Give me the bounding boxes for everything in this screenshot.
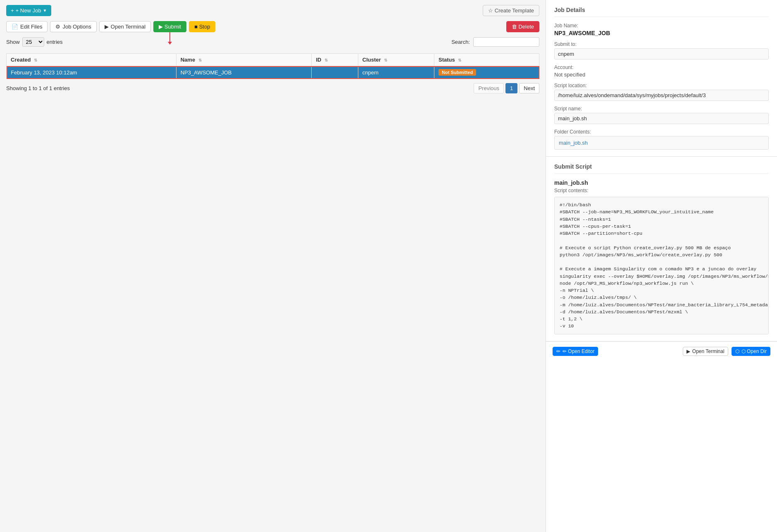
pencil-icon: ✏ <box>556 348 560 354</box>
new-job-label: + New Job <box>16 7 41 14</box>
open-editor-button[interactable]: ✏ ✏ Open Editor <box>553 347 598 356</box>
gear-icon: ⚙ <box>55 24 60 30</box>
plus-icon: + <box>11 7 14 14</box>
previous-button[interactable]: Previous <box>474 83 504 93</box>
open-editor-label: ✏ Open Editor <box>562 348 594 354</box>
delete-label: 🗑 Delete <box>512 24 534 30</box>
cell-status: Not Submitted <box>434 66 539 79</box>
action-toolbar: 📄 Edit Files ⚙ Job Options ▶ Open Termin… <box>6 21 539 32</box>
sort-icon-created: ⇅ <box>34 58 37 62</box>
right-panel: Job Details Job Name: NP3_AWSOME_JOB Sub… <box>546 0 777 532</box>
bottom-action-bar: ✏ ✏ Open Editor ▶ Open Terminal ⬡ ⬡ Open… <box>546 341 777 361</box>
show-entries: Show 25 50 100 entries <box>6 37 63 47</box>
open-terminal-button[interactable]: ▶ Open Terminal <box>99 21 151 32</box>
table-header-row: Created ⇅ Name ⇅ ID ⇅ Cluster ⇅ Status ⇅ <box>7 54 539 66</box>
sort-icon-cluster: ⇅ <box>384 58 387 62</box>
submit-script-title: Submit Script <box>554 163 769 174</box>
job-details-section: Job Details Job Name: NP3_AWSOME_JOB Sub… <box>546 0 777 157</box>
status-badge: Not Submitted <box>439 69 476 76</box>
next-button[interactable]: Next <box>519 83 539 93</box>
col-created[interactable]: Created ⇅ <box>7 54 176 66</box>
cell-id <box>312 66 358 79</box>
submit-script-section: Submit Script main_job.sh Script content… <box>546 157 777 341</box>
open-dir-label: ⬡ Open Dir <box>741 348 767 354</box>
entries-select[interactable]: 25 50 100 <box>22 37 44 47</box>
col-id[interactable]: ID ⇅ <box>312 54 358 66</box>
sort-icon-id: ⇅ <box>324 58 328 62</box>
job-options-button[interactable]: ⚙ Job Options <box>50 21 96 32</box>
submit-button[interactable]: ▶ Submit <box>153 21 186 32</box>
open-terminal-label: Open Terminal <box>111 24 145 30</box>
job-options-label: Job Options <box>62 24 91 30</box>
submit-annotation: ▶ Submit <box>153 21 186 32</box>
folder-contents-label: Folder Contents: <box>554 129 769 135</box>
script-name-input[interactable] <box>554 113 769 124</box>
col-cluster[interactable]: Cluster ⇅ <box>358 54 434 66</box>
pagination: Previous 1 Next <box>474 83 539 93</box>
create-template-button[interactable]: ☆ Create Template <box>483 5 539 16</box>
delete-button[interactable]: 🗑 Delete <box>506 21 539 32</box>
page-1-button[interactable]: 1 <box>505 83 517 93</box>
script-location-label: Script location: <box>554 83 769 88</box>
col-status[interactable]: Status ⇅ <box>434 54 539 66</box>
account-label: Account: <box>554 64 769 70</box>
terminal-icon: ▶ <box>105 24 109 30</box>
script-contents: #!/bin/bash #SBATCH --job-name=NP3_MS_WO… <box>554 197 769 334</box>
terminal-icon-bottom: ▶ <box>686 348 690 354</box>
job-details-title: Job Details <box>554 7 769 17</box>
table-footer-text: Showing 1 to 1 of 1 entries <box>6 85 70 91</box>
create-template-label: ☆ Create Template <box>488 7 534 14</box>
job-name-value: NP3_AWSOME_JOB <box>554 30 769 36</box>
cell-name: NP3_AWSOME_JOB <box>176 66 312 79</box>
stop-button[interactable]: ■ Stop <box>189 21 215 32</box>
col-name[interactable]: Name ⇅ <box>176 54 312 66</box>
folder-file-link[interactable]: main_job.sh <box>559 140 588 146</box>
table-row[interactable]: February 13, 2023 10:12am NP3_AWSOME_JOB… <box>7 66 539 79</box>
bottom-open-terminal-button[interactable]: ▶ Open Terminal <box>683 347 728 356</box>
search-label: Search: <box>451 39 470 45</box>
script-filename: main_job.sh <box>554 179 769 186</box>
submit-to-label: Submit to: <box>554 41 769 47</box>
script-contents-label: Script contents: <box>554 188 769 193</box>
entries-label: entries <box>47 39 63 45</box>
table-controls: Show 25 50 100 entries Search: <box>6 37 539 50</box>
new-job-button[interactable]: + + New Job ▼ <box>6 5 51 16</box>
folder-contents-box: main_job.sh <box>554 136 769 150</box>
script-location-input[interactable] <box>554 90 769 101</box>
stop-label: ■ Stop <box>194 24 210 30</box>
open-dir-button[interactable]: ⬡ ⬡ Open Dir <box>732 347 770 356</box>
submit-label: ▶ Submit <box>159 24 181 30</box>
job-name-label: Job Name: <box>554 23 769 29</box>
script-name-label: Script name: <box>554 106 769 112</box>
open-terminal-label-bottom: Open Terminal <box>692 348 725 354</box>
account-value: Not specified <box>554 72 769 78</box>
search-input[interactable] <box>473 37 539 47</box>
edit-files-button[interactable]: 📄 Edit Files <box>6 21 48 32</box>
show-label: Show <box>6 39 20 45</box>
caret-icon: ▼ <box>43 8 47 13</box>
pagination-wrapper: Showing 1 to 1 of 1 entries Previous 1 N… <box>6 83 539 93</box>
edit-icon: 📄 <box>12 24 18 30</box>
submit-to-input[interactable] <box>554 48 769 60</box>
cell-created: February 13, 2023 10:12am <box>7 66 176 79</box>
edit-files-label: Edit Files <box>20 24 42 30</box>
dir-icon: ⬡ <box>735 348 739 354</box>
sort-icon-status: ⇅ <box>458 58 461 62</box>
cell-cluster: cnpem <box>358 66 434 79</box>
jobs-table: Created ⇅ Name ⇅ ID ⇅ Cluster ⇅ Status ⇅ <box>6 53 539 79</box>
search-bar: Search: <box>451 37 539 47</box>
sort-icon-name: ⇅ <box>198 58 202 62</box>
